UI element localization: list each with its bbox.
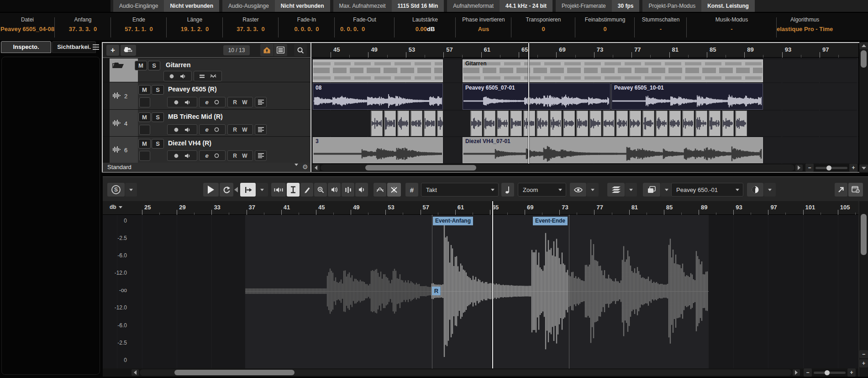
- status-segment[interactable]: Audio-Eingänge Nicht verbunden: [113, 0, 219, 12]
- sidebar-menu-icon[interactable]: [93, 44, 99, 51]
- track-name[interactable]: Diezel VH4 (R): [168, 139, 211, 147]
- scrollbar-thumb[interactable]: [174, 370, 295, 375]
- audition-loop-button[interactable]: [220, 183, 233, 197]
- view-options-dropdown[interactable]: [587, 183, 599, 197]
- layer-mode-button[interactable]: [607, 183, 625, 197]
- record-enable-icon[interactable]: [174, 128, 179, 132]
- track-preset-footer[interactable]: Standard: [103, 163, 310, 172]
- zoom-in-button[interactable]: +: [849, 164, 857, 172]
- zoom-out-button[interactable]: −: [805, 164, 814, 172]
- sliced-audio-event[interactable]: [629, 111, 641, 136]
- status-segment[interactable]: Audio-Ausgänge Nicht verbunden: [222, 0, 330, 12]
- read-automation[interactable]: R: [233, 127, 237, 133]
- audio-event-peavey[interactable]: Peavey 6505_10-01: [611, 83, 763, 110]
- edit-channel-icon[interactable]: e: [205, 126, 209, 133]
- sliced-audio-event[interactable]: [397, 111, 409, 136]
- info-field-value[interactable]: 57. 1. 1. 0: [125, 26, 153, 32]
- layer-mode-dropdown[interactable]: [625, 183, 637, 197]
- info-field[interactable]: Fade-In 0. 0. 0. 0: [279, 13, 335, 40]
- mute-button[interactable]: M: [135, 61, 147, 70]
- draw-tool-button[interactable]: [300, 183, 313, 197]
- sliced-audio-event[interactable]: [371, 111, 383, 136]
- scroll-down-button[interactable]: [859, 165, 868, 172]
- grid-button[interactable]: #: [405, 183, 418, 197]
- info-field-value[interactable]: 0: [542, 26, 545, 32]
- zoom-slider-handle[interactable]: [825, 370, 830, 375]
- scale-unit-control[interactable]: db: [110, 204, 122, 210]
- sliced-audio-event[interactable]: [550, 111, 562, 136]
- record-arm-box[interactable]: [139, 125, 150, 135]
- sliced-audio-event[interactable]: [510, 111, 522, 136]
- status-segment[interactable]: Projekt-Framerate 30 fps: [556, 0, 639, 12]
- folder-event[interactable]: Gitarren: [463, 59, 763, 82]
- window-layout-button[interactable]: [643, 183, 660, 197]
- folder-event[interactable]: [313, 59, 443, 82]
- audio-event-peavey[interactable]: 08: [313, 83, 443, 110]
- info-field[interactable]: Datei Peavey 6505_04-08: [0, 13, 55, 40]
- edit-channel-icon[interactable]: e: [205, 152, 209, 159]
- phase-coherent-icon[interactable]: [210, 74, 216, 79]
- tab-inspector[interactable]: Inspecto.: [1, 41, 51, 53]
- solo-dropdown[interactable]: [125, 183, 137, 197]
- track-row-diezel[interactable]: 6 M S Diezel VH4 (R) e R W: [103, 136, 310, 163]
- scrub-tool-button[interactable]: [328, 183, 341, 197]
- record-arm-box[interactable]: [139, 97, 150, 107]
- track-options-button[interactable]: [255, 124, 267, 135]
- zoom-out-button[interactable]: −: [804, 368, 812, 377]
- info-field-value[interactable]: 0: [603, 26, 606, 32]
- info-field-value[interactable]: 37. 3. 3. 0: [237, 26, 264, 32]
- info-field[interactable]: Raster 37. 3. 3. 0: [223, 13, 279, 40]
- jog-mode-dropdown[interactable]: [764, 183, 776, 197]
- monitor-speaker-icon[interactable]: [184, 100, 190, 105]
- info-field[interactable]: Feinabstimmung 0: [575, 13, 635, 40]
- audio-event-diezel[interactable]: Diezel VH4_07-01: [463, 137, 763, 163]
- monitor-group[interactable]: [167, 150, 197, 161]
- sliced-audio-event[interactable]: [437, 111, 443, 136]
- sliced-audio-event[interactable]: [616, 111, 628, 136]
- monitor-speaker-icon[interactable]: [184, 153, 190, 159]
- event-end-line[interactable]: [569, 215, 569, 368]
- track-name[interactable]: Peavey 6505 (R): [168, 85, 217, 93]
- scrollbar-thumb[interactable]: [861, 214, 867, 255]
- record-arm-box[interactable]: [139, 151, 150, 161]
- info-field-value[interactable]: 19. 1. 2. 0: [181, 26, 209, 32]
- info-field-value[interactable]: 0. 0. 0. 0: [294, 26, 319, 32]
- solo-button[interactable]: S: [152, 139, 164, 149]
- track-row-peavey[interactable]: 2 M S Peavey 6505 (R) e R W: [103, 82, 310, 109]
- zoom-slider[interactable]: [815, 167, 847, 169]
- sliced-audio-event[interactable]: [497, 111, 509, 136]
- edit-group[interactable]: e: [199, 124, 226, 135]
- edit-channel-icon[interactable]: e: [205, 99, 209, 106]
- view-options-button[interactable]: [570, 183, 586, 197]
- add-track-button[interactable]: +: [106, 45, 119, 56]
- info-field-value[interactable]: -: [660, 26, 662, 32]
- snap-button[interactable]: [387, 183, 401, 197]
- autoscroll-dropdown[interactable]: [256, 183, 268, 197]
- info-field[interactable]: Phase invertieren Aus: [456, 13, 511, 40]
- project-playhead[interactable]: [528, 43, 529, 164]
- info-field-value[interactable]: -: [731, 26, 732, 32]
- solo-button[interactable]: S: [152, 112, 164, 122]
- edit-group[interactable]: e: [199, 97, 226, 107]
- sliced-audio-event[interactable]: [735, 111, 747, 136]
- sliced-audio-event[interactable]: [523, 111, 535, 136]
- write-automation[interactable]: W: [242, 127, 247, 133]
- sliced-audio-event[interactable]: [642, 111, 654, 136]
- sliced-audio-event[interactable]: [410, 111, 422, 136]
- scroll-left-button[interactable]: [132, 369, 139, 376]
- sliced-audio-event[interactable]: [470, 111, 482, 136]
- track-options-button[interactable]: [255, 150, 267, 161]
- sliced-audio-event[interactable]: [669, 111, 681, 136]
- audio-event-peavey[interactable]: Peavey 6505_07-01: [463, 83, 610, 110]
- record-enable-icon[interactable]: [174, 154, 179, 158]
- monitor-speaker-icon[interactable]: [184, 127, 190, 133]
- sliced-audio-event[interactable]: [537, 111, 548, 136]
- info-field[interactable]: Musik-Modus -: [687, 13, 777, 40]
- scroll-up-button[interactable]: [859, 42, 868, 49]
- event-end-label[interactable]: Event-Ende: [533, 217, 568, 225]
- info-field[interactable]: Stummschalten -: [635, 13, 687, 40]
- region-badge[interactable]: R: [432, 287, 441, 295]
- event-start-label[interactable]: Event-Anfang: [433, 217, 473, 225]
- solo-button[interactable]: S: [152, 85, 164, 95]
- volume-tool-button[interactable]: [355, 183, 368, 197]
